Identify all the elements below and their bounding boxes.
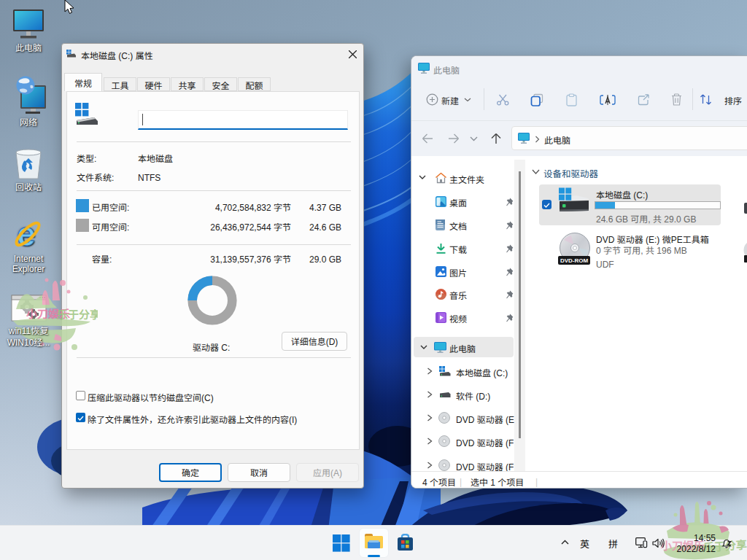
- svg-text:乐于分享: 乐于分享: [57, 306, 98, 322]
